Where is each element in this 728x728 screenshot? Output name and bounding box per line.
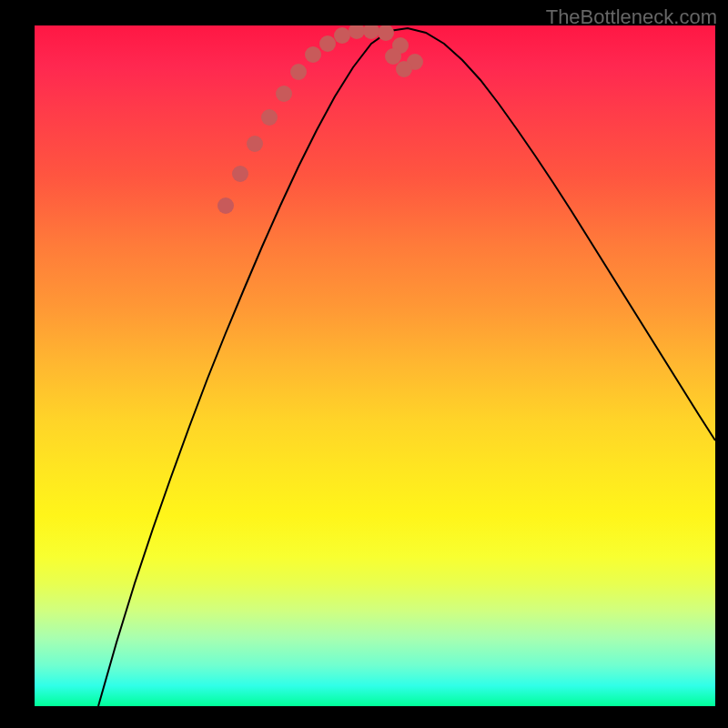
curve-marker [232, 166, 248, 182]
curve-marker [378, 25, 394, 41]
curve-marker [305, 46, 321, 63]
curve-marker [261, 109, 278, 126]
curve-marker [363, 25, 379, 39]
curve-marker [217, 197, 234, 214]
curve-marker [319, 35, 336, 52]
watermark-label: TheBottleneck.com [546, 5, 717, 29]
curve-marker [385, 48, 401, 65]
curve-marker [334, 27, 350, 44]
curve-marker [247, 136, 263, 152]
bottleneck-curve [98, 28, 715, 706]
chart-svg [35, 25, 715, 706]
chart-plot-area [35, 25, 715, 706]
curve-marker [290, 64, 307, 80]
curve-marker [396, 61, 412, 77]
curve-marker [349, 25, 365, 39]
curve-marker [276, 86, 292, 102]
marker-group [217, 25, 423, 214]
